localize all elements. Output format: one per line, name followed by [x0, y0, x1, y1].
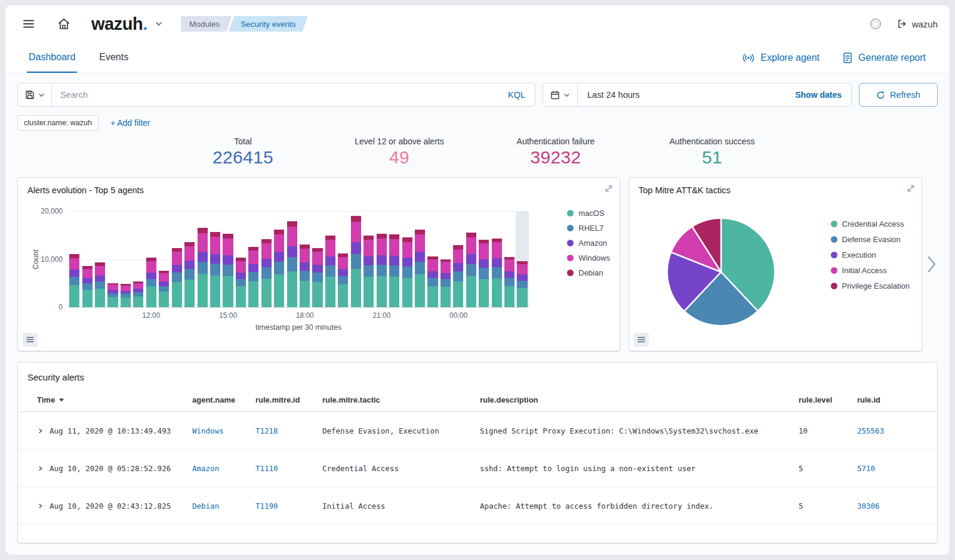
- legend-item-rhel7[interactable]: RHEL7: [567, 224, 610, 233]
- refresh-button[interactable]: Refresh: [859, 83, 938, 107]
- bar-12-30[interactable]: [158, 211, 170, 307]
- bar-14-30[interactable]: [209, 211, 221, 307]
- legend-item-credential-access[interactable]: Credential Access: [831, 219, 910, 228]
- bar-12-00[interactable]: [145, 211, 158, 307]
- bar-16-00[interactable]: [247, 211, 260, 307]
- bar-21-00[interactable]: [375, 211, 388, 307]
- bar-15-00[interactable]: [221, 211, 234, 307]
- saved-queries-button[interactable]: [17, 83, 52, 107]
- bar-18-30[interactable]: [311, 211, 324, 307]
- kql-selector[interactable]: KQL: [498, 90, 535, 100]
- column-header-rule-description[interactable]: rule.description: [480, 395, 799, 404]
- row-expand-button[interactable]: [37, 465, 44, 472]
- column-header-rule-mitre-id[interactable]: rule.mitre.id: [255, 395, 322, 404]
- mitre-id-link[interactable]: T1110: [255, 464, 278, 473]
- bar-19-00[interactable]: [324, 211, 337, 307]
- tab-events[interactable]: Events: [97, 42, 130, 73]
- generate-report-button[interactable]: Generate report: [842, 52, 926, 64]
- add-filter-button[interactable]: + Add filter: [110, 118, 150, 128]
- rule-id-link[interactable]: 255563: [857, 426, 884, 435]
- rule-id-link[interactable]: 30306: [857, 502, 880, 511]
- time-range-label[interactable]: Last 24 hours: [578, 90, 640, 100]
- bar-segment-windows: [184, 246, 195, 261]
- bar-11-30[interactable]: [132, 211, 144, 307]
- bar-segment-windows: [492, 242, 502, 258]
- rule-id-link[interactable]: 5710: [857, 464, 875, 473]
- tab-dashboard[interactable]: Dashboard: [27, 42, 77, 73]
- legend-item-amazon[interactable]: Amazon: [567, 239, 610, 247]
- bar-chart: 20,000 10,000 0 12:0015:0018:0021:0000:0…: [68, 211, 529, 308]
- column-header-rule-mitre-tactic[interactable]: rule.mitre.tactic: [322, 395, 480, 404]
- bar-19-30[interactable]: [337, 211, 349, 307]
- bar-22-00[interactable]: [401, 211, 413, 307]
- legend-item-privilege-escalation[interactable]: Privilege Escalation: [831, 281, 910, 290]
- column-header-rule-level[interactable]: rule.level: [799, 395, 857, 404]
- bar-01-30[interactable]: [490, 211, 503, 307]
- bar-15-30[interactable]: [235, 211, 247, 307]
- legend-toggle-button[interactable]: [23, 333, 38, 346]
- agent-link[interactable]: Debian: [192, 502, 219, 511]
- bar-00-00[interactable]: [452, 211, 464, 307]
- cluster-health-button[interactable]: [864, 13, 887, 35]
- bar-segment-debian: [261, 239, 272, 243]
- legend-dot: [831, 252, 837, 258]
- bar-09-00[interactable]: [68, 211, 81, 307]
- pie-legend: Credential AccessDefense EvasionExecutio…: [831, 219, 910, 290]
- legend-item-windows[interactable]: Windows: [567, 253, 610, 262]
- bar-segment-windows: [351, 222, 361, 243]
- bar-segment-windows: [223, 239, 233, 255]
- bar-01-00[interactable]: [478, 211, 490, 307]
- row-expand-button[interactable]: [37, 503, 44, 509]
- bar-02-30[interactable]: [516, 211, 528, 307]
- column-header-agent-name[interactable]: agent.name: [192, 395, 255, 404]
- calendar-button[interactable]: [543, 83, 578, 106]
- bar-10-30[interactable]: [106, 211, 119, 307]
- bar-10-00[interactable]: [94, 211, 106, 307]
- column-header-rule-id[interactable]: rule.id: [857, 395, 923, 404]
- bar-18-00[interactable]: [298, 211, 311, 307]
- bar-23-00[interactable]: [426, 211, 439, 307]
- agent-link[interactable]: Amazon: [192, 464, 219, 473]
- bar-09-30[interactable]: [81, 211, 93, 307]
- show-dates-button[interactable]: Show dates: [795, 90, 851, 100]
- agent-link[interactable]: Windows: [192, 426, 224, 435]
- legend-item-macos[interactable]: macOS: [567, 209, 610, 218]
- expand-panel-button[interactable]: [906, 184, 916, 195]
- bar-13-00[interactable]: [171, 211, 183, 307]
- bar-16-30[interactable]: [260, 211, 273, 307]
- wazuh-logo[interactable]: wazuh.: [91, 14, 163, 34]
- explore-agent-button[interactable]: Explore agent: [742, 51, 820, 64]
- next-panels-button[interactable]: [926, 252, 938, 276]
- bar-17-00[interactable]: [273, 211, 285, 307]
- bar-23-30[interactable]: [439, 211, 452, 307]
- bar-17-30[interactable]: [285, 211, 298, 307]
- home-button[interactable]: [52, 12, 76, 36]
- legend-item-defense-evasion[interactable]: Defense Evasion: [831, 235, 910, 244]
- bar-02-00[interactable]: [503, 211, 516, 307]
- user-menu[interactable]: wazuh: [897, 18, 938, 29]
- legend-item-execution[interactable]: Execution: [831, 250, 910, 259]
- mitre-id-link[interactable]: T1218: [255, 426, 278, 435]
- bar-21-30[interactable]: [388, 211, 401, 307]
- expand-panel-button[interactable]: [604, 184, 614, 195]
- bar-20-00[interactable]: [350, 211, 362, 307]
- legend-toggle-button[interactable]: [634, 333, 649, 346]
- bar-11-00[interactable]: [119, 211, 132, 307]
- bar-20-30[interactable]: [362, 211, 375, 307]
- filter-pill-cluster-name[interactable]: cluster.name: wazuh: [17, 115, 98, 131]
- bar-00-30[interactable]: [465, 211, 478, 307]
- mitre-id-link[interactable]: T1190: [255, 502, 278, 511]
- bar-segment-macos: [351, 269, 361, 307]
- bar-segment-rhel7: [82, 283, 93, 290]
- legend-item-initial-access[interactable]: Initial Access: [831, 266, 910, 275]
- row-expand-button[interactable]: [37, 428, 44, 434]
- search-input[interactable]: [52, 83, 498, 106]
- breadcrumb-modules[interactable]: Modules: [181, 16, 232, 32]
- broadcast-icon: [742, 51, 755, 64]
- column-header-time[interactable]: Time: [37, 395, 192, 404]
- legend-item-debian[interactable]: Debian: [567, 268, 610, 277]
- menu-button[interactable]: [17, 13, 40, 35]
- bar-13-30[interactable]: [183, 211, 196, 307]
- bar-22-30[interactable]: [414, 211, 426, 307]
- bar-14-00[interactable]: [196, 211, 208, 307]
